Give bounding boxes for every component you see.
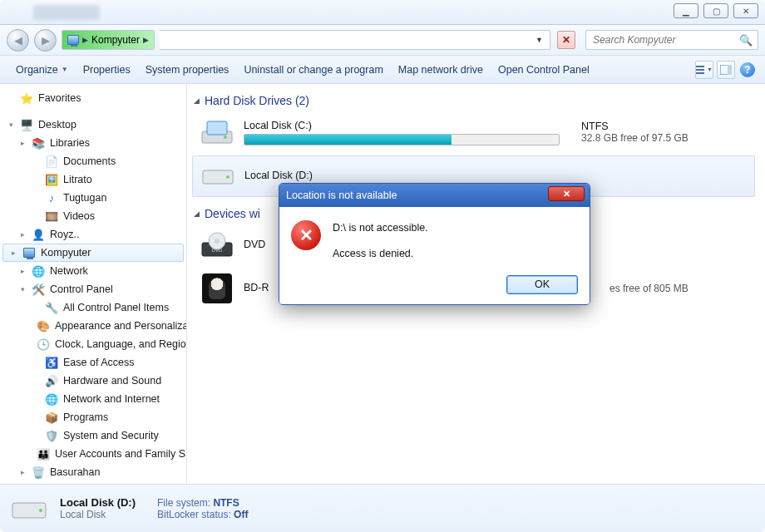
star-icon: ⭐: [20, 91, 33, 105]
computer-icon: [22, 246, 36, 259]
sidebar-item-cp-clock[interactable]: Clock, Language, and Regio: [55, 338, 186, 350]
computer-icon: [67, 35, 79, 45]
address-breadcrumb[interactable]: ▶ Kompyuter ▶: [62, 30, 155, 50]
organize-menu[interactable]: Organize▼: [8, 61, 76, 79]
svg-rect-4: [728, 65, 732, 75]
sidebar-item-network[interactable]: Network: [50, 265, 88, 277]
video-icon: 🎞️: [45, 209, 58, 223]
map-drive-button[interactable]: Map network drive: [391, 61, 491, 79]
open-control-panel-button[interactable]: Open Control Panel: [491, 61, 597, 79]
security-icon: 🛡️: [45, 429, 58, 442]
hardware-icon: 🔊: [45, 374, 58, 387]
system-properties-button[interactable]: System properties: [138, 61, 237, 79]
sidebar-item-favorites[interactable]: Favorites: [38, 92, 81, 104]
close-button[interactable]: ✕: [733, 3, 758, 18]
drive-name: Local Disk (D:): [244, 170, 569, 181]
svg-rect-1: [696, 69, 704, 71]
drive-icon: [199, 117, 235, 147]
chevron-right-icon[interactable]: ▶: [143, 36, 149, 44]
help-button[interactable]: ?: [738, 61, 757, 79]
group-hard-disk-drives[interactable]: ◢Hard Disk Drives (2): [192, 91, 755, 112]
chevron-down-icon: ▼: [62, 66, 68, 73]
sidebar-item-desktop[interactable]: Desktop: [38, 119, 76, 131]
control-panel-icon: 🛠️: [32, 283, 45, 296]
error-icon: ✕: [291, 220, 321, 250]
preview-pane-button[interactable]: [717, 61, 735, 79]
search-box[interactable]: 🔍: [585, 30, 758, 50]
view-options-button[interactable]: ▼: [695, 61, 713, 79]
navigation-bar: ◀ ▶ ▶ Kompyuter ▶ ▼ ✕ 🔍: [0, 25, 765, 56]
properties-button[interactable]: Properties: [76, 61, 138, 79]
address-dropdown-icon[interactable]: ▼: [532, 36, 546, 44]
pane-icon: [720, 65, 732, 75]
sidebar-item-royz[interactable]: Royz..: [50, 229, 79, 240]
search-input[interactable]: [591, 33, 739, 47]
sidebar-item-cp-all[interactable]: All Control Panel Items: [63, 302, 169, 313]
sidebar-item-cp-ease[interactable]: Ease of Access: [63, 357, 134, 368]
sidebar-item-videos[interactable]: Videos: [63, 210, 95, 222]
title-text-blur: [33, 5, 100, 20]
forward-button[interactable]: ▶: [34, 29, 57, 52]
programs-icon: 📦: [45, 411, 58, 424]
dialog-titlebar[interactable]: Location is not available ✕: [279, 184, 590, 207]
uninstall-button[interactable]: Uninstall or change a program: [236, 61, 390, 79]
dialog-message-line2: Access is denied.: [333, 246, 428, 262]
svg-point-12: [215, 239, 220, 244]
dialog-close-button[interactable]: ✕: [548, 186, 585, 201]
command-bar: Organize▼ Properties System properties U…: [0, 56, 765, 84]
details-bitlocker-label: BitLocker status:: [157, 509, 231, 520]
drive-icon: [10, 492, 48, 525]
sidebar-item-basurahan[interactable]: Basurahan: [50, 466, 100, 478]
music-icon: ♪: [45, 191, 58, 204]
sidebar-item-cp-security[interactable]: System and Security: [63, 430, 159, 441]
ok-button[interactable]: OK: [506, 275, 578, 294]
details-type: Local Disk: [60, 509, 106, 520]
network-internet-icon: 🌐: [45, 392, 58, 406]
sidebar-item-litrato[interactable]: Litrato: [63, 174, 92, 185]
details-fs-value: NTFS: [213, 497, 239, 509]
sidebar-item-cp-users[interactable]: User Accounts and Family S: [55, 448, 185, 460]
appearance-icon: 🎨: [37, 319, 50, 332]
sidebar-item-kompyuter[interactable]: Kompyuter: [41, 247, 91, 259]
picture-icon: 🖼️: [45, 173, 58, 186]
dialog-title: Location is not available: [286, 190, 397, 201]
minimize-button[interactable]: ▁: [674, 3, 698, 18]
back-button[interactable]: ◀: [7, 29, 29, 52]
details-pane: Local Disk (D:) Local Disk File system: …: [0, 484, 765, 532]
bdr-icon: [199, 273, 235, 303]
clock-icon: 🕒: [37, 337, 50, 351]
dvd-icon: DVD: [199, 230, 235, 260]
svg-point-9: [226, 175, 230, 179]
search-icon[interactable]: 🔍: [739, 34, 753, 47]
address-clear-button[interactable]: ✕: [557, 31, 575, 49]
sidebar-item-documents[interactable]: Documents: [63, 155, 116, 167]
libraries-icon: 📚: [32, 136, 45, 150]
drive-c[interactable]: Local Disk (C:) NTFS 32.8 GB free of 97.…: [192, 112, 755, 152]
dialog-message-line1: D:\ is not accessible.: [333, 220, 428, 236]
document-icon: 📄: [45, 155, 58, 168]
sidebar-item-cp-net[interactable]: Network and Internet: [63, 393, 160, 405]
explorer-window: ▁ ▢ ✕ ◀ ▶ ▶ Kompyuter ▶ ▼ ✕ 🔍 Organize▼: [0, 0, 765, 532]
svg-text:DVD: DVD: [212, 248, 223, 253]
address-tail[interactable]: ▼: [160, 30, 550, 50]
users-icon: 👪: [37, 447, 50, 461]
sidebar-item-libraries[interactable]: Libraries: [50, 137, 90, 149]
sidebar-item-control-panel[interactable]: Control Panel: [50, 283, 113, 295]
drive-icon: [200, 161, 236, 191]
sidebar-item-cp-hw[interactable]: Hardware and Sound: [63, 375, 161, 387]
chevron-down-icon: ▼: [707, 66, 713, 72]
maximize-button[interactable]: ▢: [703, 3, 728, 18]
sidebar-item-cp-programs[interactable]: Programs: [63, 411, 108, 423]
title-bar[interactable]: ▁ ▢ ✕: [0, 0, 765, 25]
drive-free-space: es free of 805 MB: [610, 283, 688, 294]
ease-icon: ♿: [45, 356, 58, 369]
navigation-tree[interactable]: ⭐Favorites ▾🖥️Desktop ▸📚Libraries 📄Docum…: [0, 84, 187, 484]
desktop-icon: 🖥️: [20, 118, 33, 131]
chevron-right-icon: ▶: [82, 36, 88, 44]
sidebar-item-cp-appearance[interactable]: Appearance and Personaliza: [55, 320, 187, 332]
drive-filesystem: NTFS: [581, 121, 688, 132]
details-fs-label: File system:: [157, 497, 210, 509]
sidebar-item-tugtugan[interactable]: Tugtugan: [63, 192, 106, 204]
breadcrumb-label[interactable]: Kompyuter: [91, 34, 140, 46]
details-name: Local Disk (D:): [60, 496, 136, 509]
